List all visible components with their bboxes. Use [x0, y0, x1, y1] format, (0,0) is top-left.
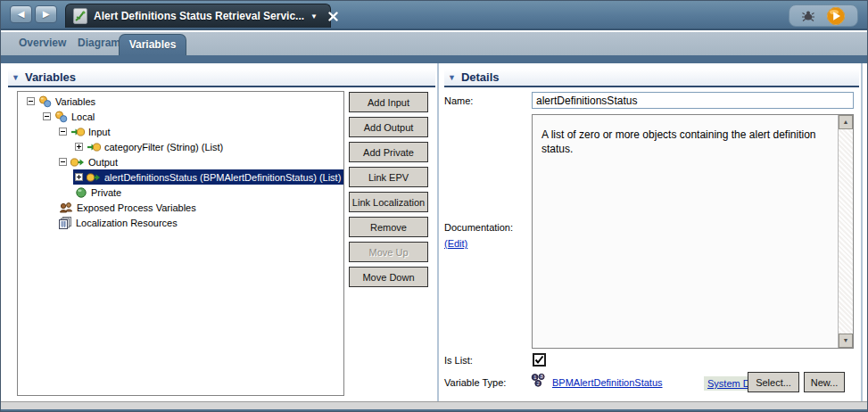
output-icon — [70, 156, 85, 169]
scroll-down-icon[interactable]: ▼ — [839, 334, 853, 348]
add-input-button[interactable]: Add Input — [349, 92, 428, 112]
tree-item-local[interactable]: Local — [18, 109, 343, 124]
documentation-scrollbar[interactable]: ▲ ▼ — [838, 115, 853, 348]
play-icon[interactable] — [826, 6, 846, 26]
add-output-button[interactable]: Add Output — [349, 117, 428, 137]
add-private-button[interactable]: Add Private — [349, 142, 428, 162]
forward-button[interactable]: ▶ — [35, 5, 57, 23]
variables-panel-title: Variables — [25, 70, 76, 84]
service-icon — [73, 8, 87, 24]
tab-diagram[interactable]: Diagram — [78, 37, 120, 49]
move-up-button[interactable]: Move Up — [349, 242, 428, 262]
tree-item-label: alertDefinitionsStatus (BPMAlertDefiniti… — [104, 172, 341, 183]
details-panel-title: Details — [461, 70, 500, 84]
close-icon[interactable] — [328, 12, 338, 21]
document-tab[interactable]: Alert Definitions Status Retrieval Servi… — [65, 4, 331, 28]
editor-content: ▼ Variables VariablesLocalInputcategoryF… — [1, 63, 868, 401]
collapse-icon[interactable] — [27, 97, 35, 105]
documentation-text[interactable]: A list of zero or more objects containin… — [533, 115, 838, 348]
expand-icon[interactable] — [75, 143, 83, 151]
new-type-button[interactable]: New... — [804, 372, 845, 392]
is-list-checkbox[interactable] — [533, 353, 546, 367]
scroll-up-icon[interactable]: ▲ — [839, 115, 853, 129]
run-toolbar — [789, 4, 858, 27]
tree-item-label: Input — [88, 127, 110, 137]
panel-right-edge — [861, 63, 863, 401]
tab-accent-strip — [1, 55, 868, 63]
private-icon — [75, 186, 87, 199]
tree-item-label: categoryFilter (String) (List) — [104, 142, 223, 152]
variables-panel-header: ▼ Variables — [8, 69, 435, 87]
collapse-triangle-icon[interactable]: ▼ — [448, 73, 456, 82]
epv-icon — [59, 202, 73, 214]
is-list-label: Is List: — [444, 355, 473, 366]
tree-item-label: Local — [71, 111, 95, 122]
tree-item-input[interactable]: Input — [18, 124, 343, 139]
variables-tree[interactable]: VariablesLocalInputcategoryFilter (Strin… — [17, 91, 344, 396]
link-epv-button[interactable]: Link EPV — [349, 167, 428, 187]
select-type-button[interactable]: Select... — [748, 372, 799, 392]
output-icon — [87, 171, 101, 184]
app-window: ◀ ▶ Alert Definitions Status Retrieval S… — [0, 0, 868, 412]
localization-icon — [59, 217, 72, 229]
tree-item-label: Variables — [55, 96, 95, 107]
remove-button[interactable]: Remove — [349, 217, 428, 237]
documentation-label: Documentation: — [444, 222, 513, 233]
editor-tab-bar: Overview Diagram Variables — [1, 32, 868, 55]
tree-item-private[interactable]: Private — [18, 185, 343, 200]
svg-text:3: 3 — [541, 374, 543, 379]
expand-icon[interactable] — [75, 173, 83, 181]
status-strip — [1, 401, 868, 409]
details-panel-header: ▼ Details — [444, 69, 859, 87]
variables-icon — [54, 111, 68, 123]
tab-variables[interactable]: Variables — [119, 34, 186, 55]
variable-type-link[interactable]: BPMAlertDefinitionStatus — [552, 377, 663, 388]
collapse-triangle-icon[interactable]: ▼ — [12, 73, 20, 82]
documentation-box: A list of zero or more objects containin… — [532, 114, 854, 349]
svg-text:2: 2 — [537, 381, 540, 386]
title-bar: ◀ ▶ Alert Definitions Status Retrieval S… — [1, 1, 868, 30]
move-down-button[interactable]: Move Down — [349, 267, 428, 287]
variable-type-label: Variable Type: — [444, 377, 506, 388]
back-button[interactable]: ◀ — [10, 5, 32, 23]
document-title: Alert Definitions Status Retrieval Servi… — [94, 10, 304, 22]
tree-item-categoryfilter-string-list[interactable]: categoryFilter (String) (List) — [18, 139, 343, 154]
edit-documentation-link[interactable]: (Edit) — [444, 238, 467, 249]
chevron-down-icon[interactable]: ▼ — [310, 12, 318, 21]
input-icon — [87, 141, 101, 153]
debug-icon[interactable] — [801, 10, 815, 22]
tree-item-label: Localization Resources — [76, 218, 178, 228]
link-localization-button[interactable]: Link Localization — [349, 192, 428, 212]
collapse-icon[interactable] — [59, 158, 67, 166]
tree-item-label: Exposed Process Variables — [77, 202, 196, 213]
svg-text:1: 1 — [533, 375, 536, 380]
tab-overview[interactable]: Overview — [19, 37, 66, 49]
variables-icon — [38, 95, 52, 108]
name-label: Name: — [444, 95, 473, 106]
name-input[interactable] — [532, 92, 854, 109]
tree-item-exposed-process-variables[interactable]: Exposed Process Variables — [18, 200, 343, 215]
tree-item-label: Private — [91, 187, 121, 198]
panel-divider[interactable] — [437, 63, 439, 401]
collapse-icon[interactable] — [59, 128, 67, 136]
tree-item-localization-resources[interactable]: Localization Resources — [18, 215, 343, 230]
collapse-icon[interactable] — [43, 112, 51, 120]
tree-item-output[interactable]: Output — [18, 154, 343, 169]
tree-item-alertdefinitionsstatus-bpmalertdefinitio[interactable]: alertDefinitionsStatus (BPMAlertDefiniti… — [18, 169, 343, 185]
input-icon — [70, 126, 85, 138]
tree-item-label: Output — [88, 157, 118, 168]
variable-type-icon: 1 3 2 — [531, 373, 546, 391]
tree-item-variables[interactable]: Variables — [18, 94, 343, 109]
